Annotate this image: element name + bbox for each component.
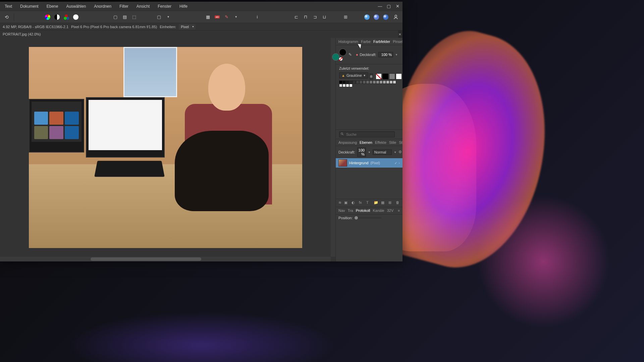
- panel-menu-icon[interactable]: ≡: [398, 209, 400, 213]
- canvas-area[interactable]: [0, 38, 335, 261]
- type-icon[interactable]: T: [366, 200, 371, 205]
- menu-ebene[interactable]: Ebene: [45, 3, 60, 9]
- select-arrow-icon[interactable]: ⬚: [130, 13, 139, 21]
- center-icon[interactable]: ⊞: [342, 13, 350, 21]
- canvas-image[interactable]: [29, 47, 302, 248]
- layer-stack-icon[interactable]: ≋: [338, 200, 341, 205]
- vertical-scrollbar[interactable]: [331, 38, 335, 257]
- tab-stile[interactable]: Stile: [389, 140, 396, 144]
- swatch[interactable]: [342, 84, 346, 87]
- menu-anordnen[interactable]: Anordnen: [92, 3, 113, 9]
- scrollbar-thumb[interactable]: [91, 257, 201, 261]
- eyedropper-icon[interactable]: ✎: [347, 52, 353, 57]
- swatch[interactable]: [346, 80, 349, 84]
- swatch[interactable]: [389, 80, 393, 84]
- folder-icon[interactable]: 📁: [374, 200, 378, 205]
- no-color-icon[interactable]: [339, 57, 342, 61]
- tab-histogramm[interactable]: Histogramm: [338, 40, 358, 44]
- swatch[interactable]: [366, 80, 369, 84]
- tab-protokoll[interactable]: Protokoll: [356, 208, 370, 213]
- menu-hilfe[interactable]: Hilfe: [177, 3, 190, 9]
- tab-pinsel[interactable]: Pinsel: [393, 40, 402, 44]
- mask-icon[interactable]: ▣: [344, 200, 349, 205]
- fx-icon[interactable]: fx: [359, 200, 364, 205]
- edit-icon[interactable]: ▫: [398, 161, 400, 165]
- tab-32v[interactable]: 32V: [387, 208, 394, 213]
- snap-badge-icon[interactable]: ab: [213, 13, 222, 21]
- chevron-down-icon[interactable]: ▼: [394, 151, 396, 154]
- menu-text[interactable]: Text: [3, 3, 14, 9]
- align-3-icon[interactable]: ⊐: [311, 13, 319, 21]
- chevron-down-icon[interactable]: ▼: [368, 151, 371, 154]
- swatch[interactable]: [369, 80, 373, 84]
- share-icon[interactable]: [3, 13, 10, 21]
- menu-dokument[interactable]: Dokument: [18, 3, 41, 9]
- menu-filter[interactable]: Filter: [117, 3, 130, 9]
- align-4-icon[interactable]: ⊔: [320, 13, 329, 21]
- swatch[interactable]: [383, 80, 386, 84]
- swatch[interactable]: [353, 80, 356, 84]
- units-dropdown[interactable]: Pixel: [179, 24, 196, 29]
- layer-row[interactable]: Hintergrund (Pixel) ✓ ▫: [336, 158, 402, 168]
- grid-icon[interactable]: [204, 13, 212, 21]
- rainbow-icon[interactable]: [43, 13, 52, 21]
- preset-none-icon[interactable]: [376, 73, 382, 79]
- palette-grid-icon[interactable]: ⊞: [370, 73, 373, 79]
- dropdown-icon[interactable]: ▼: [232, 13, 240, 21]
- tab-anpassung[interactable]: Anpassung: [338, 140, 357, 144]
- align-1-icon[interactable]: ⊏: [292, 13, 301, 21]
- chevron-down-icon[interactable]: ▼: [395, 53, 399, 56]
- color-wells[interactable]: [339, 49, 339, 61]
- swatch[interactable]: [342, 80, 346, 84]
- group-icon[interactable]: ▦: [381, 200, 386, 205]
- minimize-button[interactable]: —: [378, 4, 382, 9]
- position-slider[interactable]: [355, 217, 381, 219]
- document-tab[interactable]: PORTRAIT.jpg (42.0%): [0, 31, 398, 38]
- slider-thumb[interactable]: [355, 216, 358, 220]
- swatch[interactable]: [346, 84, 349, 87]
- swatch[interactable]: [339, 80, 342, 84]
- menu-auswaehlen[interactable]: Auswählen: [64, 3, 88, 9]
- align-2-icon[interactable]: ⊓: [301, 13, 310, 21]
- swatch[interactable]: [379, 80, 383, 84]
- opacity-input[interactable]: 100 %: [378, 52, 393, 57]
- tab-close-icon[interactable]: ✕: [398, 33, 401, 36]
- maximize-button[interactable]: ▢: [386, 4, 391, 9]
- info-icon[interactable]: i: [253, 13, 261, 21]
- tab-farbfelder[interactable]: Farbfelder: [373, 40, 390, 44]
- tab-kanaele[interactable]: Kanäle: [373, 208, 384, 213]
- layer-opacity-input[interactable]: 100 %: [357, 147, 366, 157]
- preset-black-icon[interactable]: [382, 73, 388, 79]
- swatch[interactable]: [359, 80, 363, 84]
- swatch[interactable]: [339, 84, 342, 87]
- quick-mask-icon[interactable]: [155, 13, 163, 21]
- swatch[interactable]: [373, 80, 376, 84]
- gear-icon[interactable]: ⚙: [398, 150, 402, 155]
- swatch[interactable]: [363, 80, 366, 84]
- rgb-icon[interactable]: [62, 13, 71, 21]
- swatch[interactable]: [376, 80, 379, 84]
- palette-dropdown[interactable]: ▲ Grautöne ▼: [339, 72, 368, 78]
- foreground-color-well[interactable]: [339, 49, 346, 56]
- tab-effekte[interactable]: Effekte: [375, 140, 386, 144]
- visibility-icon[interactable]: ✓: [394, 161, 397, 165]
- layer-thumbnail[interactable]: [338, 159, 347, 167]
- horizontal-scrollbar[interactable]: [0, 257, 331, 261]
- globe-3-icon[interactable]: [381, 13, 390, 21]
- tab-nav[interactable]: Nav: [338, 208, 345, 213]
- globe-1-icon[interactable]: [363, 13, 371, 21]
- tab-farbe[interactable]: Farbe: [361, 40, 371, 44]
- preset-gray-icon[interactable]: [389, 73, 395, 79]
- add-swatch-icon[interactable]: ●: [354, 52, 360, 57]
- dropdown-icon[interactable]: ▼: [164, 13, 173, 21]
- globe-2-icon[interactable]: [372, 13, 381, 21]
- user-icon[interactable]: [392, 13, 400, 21]
- white-icon[interactable]: [71, 13, 80, 21]
- preset-white-icon[interactable]: [396, 73, 402, 79]
- swatch[interactable]: [349, 80, 353, 84]
- tab-tra[interactable]: Tra: [348, 208, 353, 213]
- marker-icon[interactable]: ✎: [222, 13, 231, 21]
- trash-icon[interactable]: 🗑: [396, 200, 400, 205]
- adjustment-icon[interactable]: ◐: [352, 200, 356, 205]
- swatch[interactable]: [393, 80, 396, 84]
